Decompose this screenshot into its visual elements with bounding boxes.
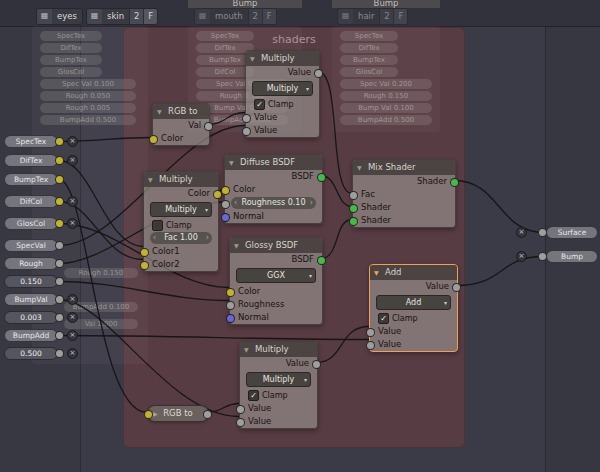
node-header[interactable]: ▼ Add	[370, 265, 457, 280]
node-mix-color-multiply[interactable]: ▼ Multiply Color Multiply ▾ Clamp ‹ Fac …	[143, 171, 219, 272]
datablock-name[interactable]: skin	[102, 9, 129, 24]
nodetree-icon[interactable]: ▦	[87, 9, 102, 24]
input-socket[interactable]	[226, 314, 235, 323]
node-header[interactable]: ▼ Multiply	[240, 342, 317, 357]
checkbox-icon[interactable]: ✓	[254, 99, 265, 110]
input-socket[interactable]	[236, 418, 245, 427]
nodetree-icon[interactable]: ▦	[195, 9, 210, 24]
output-socket[interactable]	[317, 173, 326, 182]
node-header[interactable]: ▼ Diffuse BSDF	[225, 155, 322, 170]
group-input-row-specval[interactable]: SpecVal	[4, 239, 80, 252]
output-socket[interactable]	[312, 360, 321, 369]
node-rgb-to-bw-bottom-collapsed[interactable]: ▶ RGB to	[147, 405, 209, 422]
math-operation-dropdown[interactable]: Multiply ▾	[252, 81, 313, 96]
input-socket[interactable]	[226, 288, 235, 297]
node-header[interactable]: ▼ Multiply	[144, 172, 218, 187]
collapse-arrow-icon[interactable]: ▼	[157, 104, 162, 119]
checkbox-icon[interactable]: ✓	[378, 313, 389, 324]
fake-user-button[interactable]: F	[143, 9, 157, 24]
node-header[interactable]: ▼ RGB to	[153, 104, 209, 119]
output-socket[interactable]	[55, 277, 64, 286]
group-output-row-bump[interactable]: × Bump	[516, 250, 600, 263]
output-socket[interactable]	[55, 295, 64, 304]
nodetree-icon[interactable]: ▦	[338, 9, 353, 24]
output-socket[interactable]	[450, 178, 459, 187]
group-input-row-diftex[interactable]: DifTex ×	[4, 154, 80, 167]
group-input-row-bumpadd[interactable]: BumpAdd ×	[4, 329, 80, 342]
node-diffuse-bsdf[interactable]: ▼ Diffuse BSDF BSDF Color ‹ Roughness 0.…	[224, 154, 323, 224]
checkbox-icon[interactable]: ✓	[248, 390, 259, 401]
node-header[interactable]: ▼ Glossy BSDF	[230, 238, 322, 253]
collapse-arrow-icon[interactable]: ▼	[374, 265, 379, 280]
node-math-multiply-bottom[interactable]: ▼ Multiply Value Multiply ▾ ✓ Clamp Valu…	[239, 341, 318, 429]
users-count-button[interactable]: 2	[129, 9, 143, 24]
roughness-slider[interactable]: ‹ Roughness 0.10 ›	[231, 197, 316, 209]
clamp-checkbox[interactable]: Clamp	[152, 219, 210, 231]
output-socket[interactable]	[55, 219, 64, 228]
node-glossy-bsdf[interactable]: ▼ Glossy BSDF BSDF GGX ▾ Color Roughness…	[229, 237, 323, 325]
node-header[interactable]: ▼ Multiply	[246, 51, 319, 66]
socket-pill-label[interactable]: Bump	[546, 250, 598, 263]
collapse-arrow-icon[interactable]: ▼	[148, 172, 153, 187]
math-operation-dropdown[interactable]: Multiply ▾	[246, 372, 311, 387]
clamp-checkbox[interactable]: ✓ Clamp	[378, 312, 449, 324]
group-input-row-bumpval-value[interactable]: 0.003 ×	[4, 311, 80, 324]
socket-pill-label[interactable]: BumpAdd	[4, 329, 58, 342]
datablock-name[interactable]: hair	[353, 9, 379, 24]
collapse-arrow-icon[interactable]: ▼	[244, 342, 249, 357]
socket-pill-label[interactable]: SpecVal	[4, 239, 58, 252]
input-socket[interactable]	[349, 217, 358, 226]
input-socket[interactable]	[366, 328, 375, 337]
socket-value-field[interactable]: 0.150	[4, 275, 58, 288]
input-socket[interactable]	[349, 191, 358, 200]
output-socket[interactable]	[452, 283, 461, 292]
checkbox-icon[interactable]	[152, 220, 163, 231]
socket-pill-label[interactable]: SpecTex	[4, 135, 58, 148]
output-socket[interactable]	[55, 241, 64, 250]
fake-user-button[interactable]: F	[262, 9, 276, 24]
group-input-row-difcol[interactable]: DifCol ×	[4, 195, 80, 208]
output-socket[interactable]	[55, 137, 64, 146]
input-socket[interactable]	[149, 135, 158, 144]
blend-mode-dropdown[interactable]: Multiply ▾	[150, 202, 212, 217]
output-socket[interactable]	[55, 259, 64, 268]
socket-pill-label[interactable]: Rough	[4, 257, 58, 270]
socket-pill-label[interactable]: DifCol	[4, 195, 58, 208]
datablock-name[interactable]: mouth	[210, 9, 248, 24]
output-socket[interactable]	[55, 175, 64, 184]
node-mix-shader[interactable]: ▼ Mix Shader Shader Fac Shader Shader	[352, 159, 456, 228]
output-socket[interactable]	[204, 122, 213, 131]
input-socket[interactable]	[221, 200, 230, 209]
output-socket[interactable]	[317, 256, 326, 265]
socket-pill-label[interactable]: GlosCol	[4, 217, 58, 230]
collapse-arrow-icon[interactable]: ▼	[357, 160, 362, 175]
group-input-row-bumpval[interactable]: BumpVal ×	[4, 293, 80, 306]
clamp-checkbox[interactable]: ✓ Clamp	[248, 389, 309, 401]
collapse-arrow-icon[interactable]: ▼	[250, 51, 255, 66]
users-count-button[interactable]: 2	[379, 9, 393, 24]
output-socket[interactable]	[203, 410, 212, 419]
node-rgb-to-bw-top[interactable]: ▼ RGB to Val Color	[152, 103, 210, 146]
node-math-multiply-top[interactable]: ▼ Multiply Value Multiply ▾ ✓ Clamp Valu…	[245, 50, 320, 138]
input-socket[interactable]	[221, 213, 230, 222]
distribution-dropdown[interactable]: GGX ▾	[236, 268, 316, 283]
group-input-row-bumpadd-value[interactable]: 0.500 ×	[4, 347, 80, 360]
output-socket[interactable]	[55, 331, 64, 340]
group-input-row-rough[interactable]: Rough	[4, 257, 80, 270]
group-input-row-bumptex[interactable]: BumpTex	[4, 173, 80, 186]
collapse-arrow-icon[interactable]: ▶	[153, 406, 158, 421]
socket-value-field[interactable]: 0.003	[4, 311, 58, 324]
output-socket[interactable]	[314, 69, 323, 78]
math-operation-dropdown[interactable]: Add ▾	[376, 295, 451, 310]
input-socket[interactable]	[144, 410, 153, 419]
clamp-checkbox[interactable]: ✓ Clamp	[254, 98, 311, 110]
output-socket[interactable]	[55, 349, 64, 358]
fac-slider[interactable]: ‹ Fac 1.00 ›	[150, 232, 212, 244]
input-socket[interactable]	[242, 127, 251, 136]
users-count-button[interactable]: 2	[248, 9, 262, 24]
input-socket[interactable]	[226, 301, 235, 310]
input-socket[interactable]	[140, 248, 149, 257]
datablock-name[interactable]: eyes	[52, 9, 82, 24]
input-socket[interactable]	[242, 114, 251, 123]
input-socket[interactable]	[366, 341, 375, 350]
